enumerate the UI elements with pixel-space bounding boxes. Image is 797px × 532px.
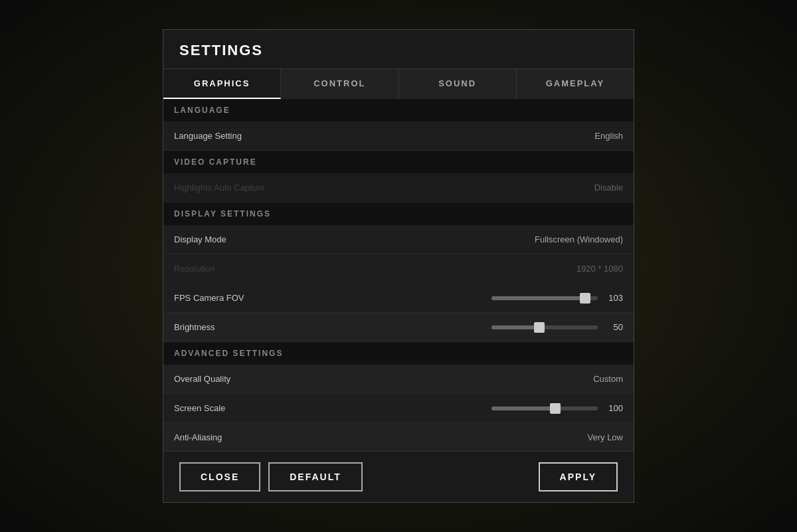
slider-brightness-track[interactable] — [491, 325, 598, 329]
value-resolution: 1920 * 1080 — [576, 264, 623, 274]
value-highlights-auto-capture: Disable — [594, 183, 623, 193]
section-header-advanced-settings: ADVANCED SETTINGS — [163, 342, 634, 365]
row-brightness[interactable]: Brightness 50 — [163, 313, 634, 342]
slider-screen-scale-container: 100 — [491, 403, 623, 413]
slider-brightness-fill — [491, 325, 539, 329]
footer-left-buttons: CLOSE DEFAULT — [179, 462, 363, 491]
row-fps-camera-fov[interactable]: FPS Camera FOV 103 — [163, 284, 634, 313]
tab-sound[interactable]: SOUND — [399, 69, 517, 99]
label-brightness: Brightness — [174, 322, 215, 332]
row-highlights-auto-capture: Highlights Auto Capture Disable — [163, 173, 634, 203]
tab-graphics[interactable]: GRAPHICS — [163, 69, 281, 99]
label-fps-camera-fov: FPS Camera FOV — [174, 293, 244, 303]
slider-fps-fov-thumb[interactable] — [580, 293, 590, 304]
row-language-setting[interactable]: Language Setting English — [163, 122, 634, 151]
tab-gameplay[interactable]: GAMEPLAY — [517, 69, 634, 99]
value-overall-quality: Custom — [593, 374, 623, 384]
slider-brightness-container: 50 — [491, 322, 623, 332]
label-anti-aliasing: Anti-Aliasing — [174, 432, 222, 442]
slider-brightness-thumb[interactable] — [534, 322, 545, 333]
section-header-display-settings: DISPLAY SETTINGS — [163, 203, 634, 225]
row-overall-quality[interactable]: Overall Quality Custom — [163, 365, 634, 394]
slider-screen-scale-track[interactable] — [491, 406, 598, 410]
section-header-video-capture: VIDEO CAPTURE — [163, 151, 634, 173]
section-header-language: LANGUAGE — [163, 99, 634, 122]
label-screen-scale: Screen Scale — [174, 403, 225, 413]
row-screen-scale[interactable]: Screen Scale 100 — [163, 394, 634, 423]
label-language-setting: Language Setting — [174, 131, 242, 141]
settings-content[interactable]: LANGUAGE Language Setting English VIDEO … — [163, 99, 634, 451]
label-overall-quality: Overall Quality — [174, 374, 230, 384]
label-display-mode: Display Mode — [174, 234, 226, 244]
slider-brightness-value: 50 — [603, 322, 623, 332]
slider-screen-scale-fill — [491, 406, 555, 410]
tabs-container: GRAPHICS CONTROL SOUND GAMEPLAY — [163, 69, 634, 99]
slider-screen-scale-value: 100 — [603, 403, 623, 413]
tab-control[interactable]: CONTROL — [281, 69, 398, 99]
slider-fps-fov-value: 103 — [603, 293, 623, 303]
modal-header: SETTINGS — [163, 30, 634, 69]
slider-screen-scale-thumb[interactable] — [550, 403, 561, 414]
value-anti-aliasing: Very Low — [588, 432, 623, 442]
slider-fps-fov-fill — [491, 296, 585, 300]
apply-button[interactable]: APPLY — [539, 462, 618, 491]
default-button[interactable]: DEFAULT — [268, 462, 363, 491]
row-anti-aliasing[interactable]: Anti-Aliasing Very Low — [163, 423, 634, 451]
modal-footer: CLOSE DEFAULT APPLY — [163, 451, 634, 502]
label-resolution: Resolution — [174, 264, 215, 274]
slider-fps-fov-track[interactable] — [491, 296, 598, 300]
slider-fps-fov-container: 103 — [491, 293, 623, 303]
row-display-mode[interactable]: Display Mode Fullscreen (Windowed) — [163, 225, 634, 254]
modal-title: SETTINGS — [179, 42, 263, 58]
settings-modal: SETTINGS GRAPHICS CONTROL SOUND GAMEPLAY… — [163, 29, 634, 503]
row-resolution: Resolution 1920 * 1080 — [163, 254, 634, 284]
label-highlights-auto-capture: Highlights Auto Capture — [174, 183, 265, 193]
value-display-mode: Fullscreen (Windowed) — [535, 234, 623, 244]
value-language-setting: English — [594, 131, 623, 141]
close-button[interactable]: CLOSE — [179, 462, 260, 491]
